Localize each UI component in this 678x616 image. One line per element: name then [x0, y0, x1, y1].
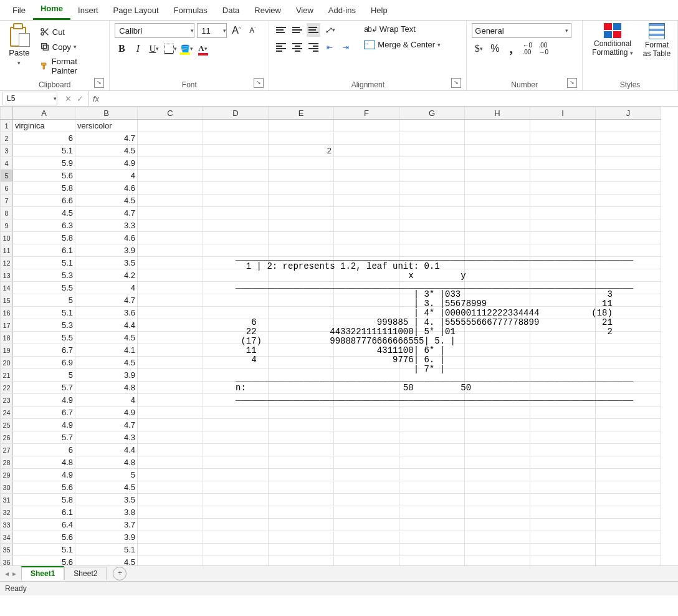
cell-E23[interactable] — [269, 394, 334, 407]
tab-file[interactable]: File — [5, 2, 33, 20]
row-header-31[interactable]: 31 — [1, 494, 13, 506]
cell-A14[interactable]: 5.5 — [13, 282, 75, 294]
cell-G4[interactable] — [399, 157, 465, 170]
percent-format-button[interactable]: % — [488, 42, 502, 55]
row-header-2[interactable]: 2 — [1, 132, 13, 145]
cell-B10[interactable]: 4.6 — [75, 232, 138, 244]
cell-C8[interactable] — [138, 207, 203, 219]
cell-B17[interactable]: 4.4 — [75, 319, 138, 332]
cell-F24[interactable] — [334, 407, 399, 419]
cell-A29[interactable]: 4.9 — [13, 469, 75, 481]
cell-I7[interactable] — [530, 195, 596, 207]
cell-D34[interactable] — [203, 531, 269, 544]
cell-F33[interactable] — [334, 519, 399, 531]
cell-D2[interactable] — [203, 132, 269, 145]
cell-F28[interactable] — [334, 456, 399, 469]
cell-B23[interactable]: 4 — [75, 394, 138, 407]
cell-A34[interactable]: 5.6 — [13, 531, 75, 544]
cell-G33[interactable] — [399, 519, 465, 531]
row-header-16[interactable]: 16 — [1, 307, 13, 319]
cell-C23[interactable] — [138, 394, 203, 407]
cell-H21[interactable] — [465, 369, 530, 382]
sheet-tab-2[interactable]: Sheet2 — [64, 567, 107, 580]
cell-C21[interactable] — [138, 369, 203, 382]
cell-G5[interactable] — [399, 170, 465, 182]
cell-B26[interactable]: 4.3 — [75, 431, 138, 444]
cell-C14[interactable] — [138, 282, 203, 294]
column-header-B[interactable]: B — [75, 107, 138, 120]
cell-H28[interactable] — [465, 456, 530, 469]
cell-J28[interactable] — [596, 456, 661, 469]
cell-A35[interactable]: 5.1 — [13, 544, 75, 556]
column-header-E[interactable]: E — [269, 107, 334, 120]
cell-F26[interactable] — [334, 431, 399, 444]
cell-E25[interactable] — [269, 419, 334, 431]
cell-C31[interactable] — [138, 494, 203, 506]
cell-F1[interactable] — [334, 120, 399, 132]
tab-help[interactable]: Help — [363, 2, 395, 20]
cell-I11[interactable] — [530, 244, 596, 257]
cell-I28[interactable] — [530, 456, 596, 469]
cell-B18[interactable]: 4.5 — [75, 332, 138, 344]
cell-A17[interactable]: 5.3 — [13, 319, 75, 332]
cell-H3[interactable] — [465, 145, 530, 157]
sheet-tab-1[interactable]: Sheet1 — [21, 566, 64, 580]
number-format-select[interactable]: General▾ — [472, 23, 571, 38]
cell-E21[interactable] — [269, 369, 334, 382]
cell-H24[interactable] — [465, 407, 530, 419]
cell-D22[interactable] — [203, 382, 269, 394]
cell-A18[interactable]: 5.5 — [13, 332, 75, 344]
cell-I34[interactable] — [530, 531, 596, 544]
formula-input[interactable] — [103, 91, 678, 106]
cell-D36[interactable] — [203, 556, 269, 566]
cell-H13[interactable] — [465, 269, 530, 282]
row-header-27[interactable]: 27 — [1, 444, 13, 456]
cell-A33[interactable]: 6.4 — [13, 519, 75, 531]
cell-D31[interactable] — [203, 494, 269, 506]
cell-D27[interactable] — [203, 444, 269, 456]
cell-I20[interactable] — [530, 357, 596, 369]
row-header-18[interactable]: 18 — [1, 332, 13, 344]
cell-G27[interactable] — [399, 444, 465, 456]
cell-D8[interactable] — [203, 207, 269, 219]
cell-J7[interactable] — [596, 195, 661, 207]
cell-B31[interactable]: 3.5 — [75, 494, 138, 506]
cell-G34[interactable] — [399, 531, 465, 544]
cell-F30[interactable] — [334, 481, 399, 494]
cell-D32[interactable] — [203, 506, 269, 519]
cell-A22[interactable]: 5.7 — [13, 382, 75, 394]
cell-B9[interactable]: 3.3 — [75, 219, 138, 232]
tab-insert[interactable]: Insert — [70, 2, 106, 20]
cell-I35[interactable] — [530, 544, 596, 556]
cell-I8[interactable] — [530, 207, 596, 219]
cell-C32[interactable] — [138, 506, 203, 519]
font-name-select[interactable]: Calibri▾ — [115, 23, 194, 38]
row-header-20[interactable]: 20 — [1, 357, 13, 369]
cell-A30[interactable]: 5.6 — [13, 481, 75, 494]
cell-J17[interactable] — [596, 319, 661, 332]
cell-G24[interactable] — [399, 407, 465, 419]
cell-H36[interactable] — [465, 556, 530, 566]
cell-G14[interactable] — [399, 282, 465, 294]
cell-C5[interactable] — [138, 170, 203, 182]
cell-C12[interactable] — [138, 257, 203, 269]
cell-A21[interactable]: 5 — [13, 369, 75, 382]
row-header-36[interactable]: 36 — [1, 556, 13, 566]
cell-H30[interactable] — [465, 481, 530, 494]
column-header-H[interactable]: H — [465, 107, 530, 120]
cell-C34[interactable] — [138, 531, 203, 544]
cell-D18[interactable] — [203, 332, 269, 344]
cell-H4[interactable] — [465, 157, 530, 170]
cell-A15[interactable]: 5 — [13, 294, 75, 307]
cell-F31[interactable] — [334, 494, 399, 506]
cell-F2[interactable] — [334, 132, 399, 145]
cell-G28[interactable] — [399, 456, 465, 469]
cell-E6[interactable] — [269, 182, 334, 195]
cell-I10[interactable] — [530, 232, 596, 244]
cell-H7[interactable] — [465, 195, 530, 207]
row-header-30[interactable]: 30 — [1, 481, 13, 494]
cell-C10[interactable] — [138, 232, 203, 244]
cell-B21[interactable]: 3.9 — [75, 369, 138, 382]
cell-H19[interactable] — [465, 344, 530, 357]
row-header-9[interactable]: 9 — [1, 219, 13, 232]
